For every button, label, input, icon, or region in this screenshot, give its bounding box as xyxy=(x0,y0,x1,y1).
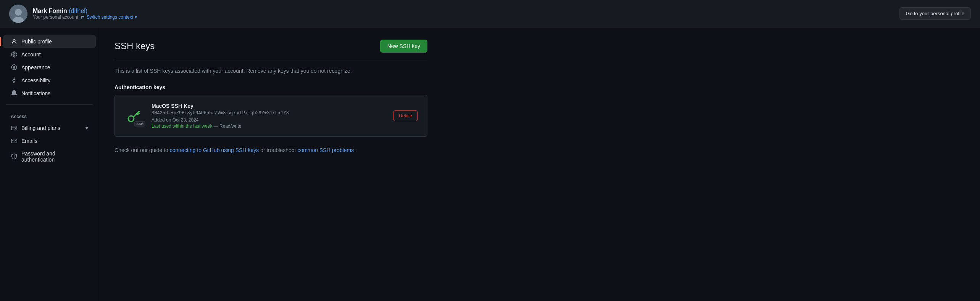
switch-settings-link[interactable]: Switch settings context ▾ xyxy=(87,14,137,20)
sidebar-label-public-profile: Public profile xyxy=(21,38,52,45)
key-last-used-suffix: — Read/write xyxy=(214,123,242,129)
svg-point-1 xyxy=(15,9,22,16)
accessibility-icon xyxy=(11,77,18,84)
mail-icon xyxy=(11,138,18,144)
shield-icon xyxy=(11,153,18,160)
user-name-display: Mark Fomin (difhel) xyxy=(33,8,137,14)
page-description: This is a list of SSH keys associated wi… xyxy=(114,67,427,75)
connect-github-ssh-link[interactable]: connecting to GitHub using SSH keys xyxy=(170,147,259,153)
page-title: SSH keys xyxy=(114,41,155,51)
chevron-down-icon: ▾ xyxy=(135,14,137,20)
sidebar-divider xyxy=(6,104,93,105)
sidebar: Public profile Account Appearance xyxy=(0,27,99,301)
footer-text: Check out our guide to connecting to Git… xyxy=(114,146,427,154)
delete-key-button[interactable]: Delete xyxy=(393,110,418,121)
sidebar-label-notifications: Notifications xyxy=(21,90,50,96)
sidebar-label-password: Password and authentication xyxy=(21,150,88,163)
user-handle: (difhel) xyxy=(69,8,87,14)
sidebar-item-public-profile[interactable]: Public profile xyxy=(3,35,96,48)
auth-section-title: Authentication keys xyxy=(114,84,427,90)
sidebar-label-appearance: Appearance xyxy=(21,64,50,70)
top-header: Mark Fomin (difhel) Your personal accoun… xyxy=(0,0,980,27)
sidebar-label-emails: Emails xyxy=(21,138,37,144)
user-name: Mark Fomin xyxy=(33,8,67,14)
page-header: SSH keys New SSH key xyxy=(114,40,427,53)
header-divider xyxy=(114,59,427,59)
credit-card-icon xyxy=(11,125,18,131)
avatar xyxy=(9,5,27,23)
sidebar-item-accessibility[interactable]: Accessibility xyxy=(3,74,96,87)
gear-icon xyxy=(11,51,18,58)
brush-icon xyxy=(11,64,18,71)
ssh-key-card: SSH MacOS SSH Key SHA256:+mZ9BF8yU9AP6h5… xyxy=(114,95,427,137)
layout: Public profile Account Appearance xyxy=(0,27,980,301)
sidebar-label-account: Account xyxy=(21,51,41,58)
user-sub: Your personal account ⇄ Switch settings … xyxy=(33,14,137,20)
sidebar-item-appearance[interactable]: Appearance xyxy=(3,61,96,74)
chevron-down-icon: ▾ xyxy=(85,125,88,131)
person-icon xyxy=(11,38,18,45)
new-ssh-key-button[interactable]: New SSH key xyxy=(380,40,427,53)
sidebar-item-emails[interactable]: Emails xyxy=(3,134,96,147)
sidebar-item-billing[interactable]: Billing and plans ▾ xyxy=(3,122,96,134)
key-added-date: Added on Oct 23, 2024 xyxy=(152,117,385,123)
go-to-profile-button[interactable]: Go to your personal profile xyxy=(899,7,971,20)
main-content: SSH keys New SSH key This is a list of S… xyxy=(99,27,443,301)
sidebar-item-account[interactable]: Account xyxy=(3,48,96,61)
key-icon xyxy=(127,109,141,123)
key-fingerprint: SHA256:+mZ9BF8yU9AP6h5JZVm3IvjsxtPxIqh29… xyxy=(152,110,385,116)
key-details: MacOS SSH Key SHA256:+mZ9BF8yU9AP6h5JZVm… xyxy=(152,103,385,129)
key-icon-area: SSH xyxy=(124,106,144,126)
sidebar-item-notifications[interactable]: Notifications xyxy=(3,87,96,100)
common-ssh-problems-link[interactable]: common SSH problems xyxy=(297,147,354,153)
user-details: Mark Fomin (difhel) Your personal accoun… xyxy=(33,8,137,20)
bell-icon xyxy=(11,90,18,97)
key-name: MacOS SSH Key xyxy=(152,103,385,109)
sidebar-item-password[interactable]: Password and authentication xyxy=(3,147,96,166)
key-last-used: Last used within the last week — Read/wr… xyxy=(152,123,385,129)
sidebar-label-billing: Billing and plans xyxy=(21,125,60,131)
ssh-badge: SSH xyxy=(134,121,145,126)
switch-icon: ⇄ xyxy=(81,14,84,20)
sidebar-label-accessibility: Accessibility xyxy=(21,77,50,83)
access-section-title: Access xyxy=(0,109,99,122)
user-info: Mark Fomin (difhel) Your personal accoun… xyxy=(9,5,137,23)
